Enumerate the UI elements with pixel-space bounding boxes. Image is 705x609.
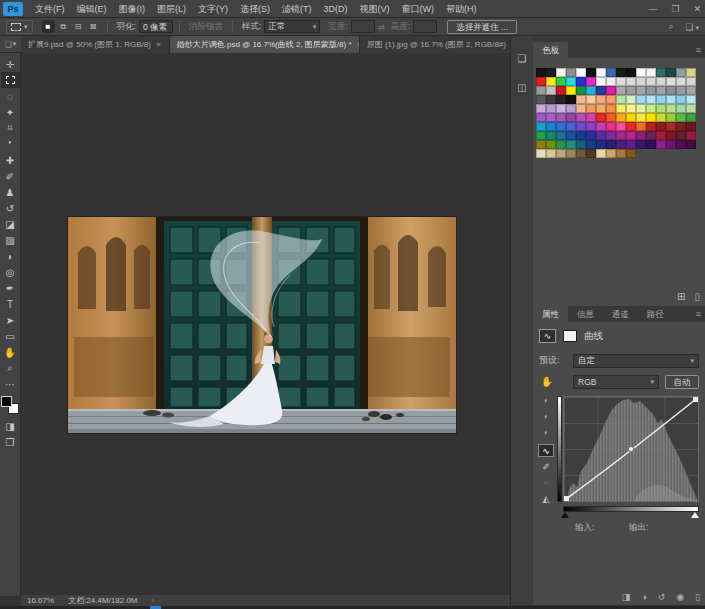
- close-tab-icon[interactable]: ✕: [156, 41, 162, 49]
- swatch[interactable]: [636, 95, 646, 104]
- status-chevron-icon[interactable]: ›: [152, 596, 155, 605]
- swatch[interactable]: [676, 95, 686, 104]
- menu-item-4[interactable]: 文字(Y): [192, 0, 234, 18]
- swatch[interactable]: [536, 86, 546, 95]
- panel-menu-icon[interactable]: ≡: [696, 309, 701, 319]
- swatch[interactable]: [666, 68, 676, 77]
- swatch[interactable]: [626, 113, 636, 122]
- tab-路径[interactable]: 路径: [638, 306, 673, 322]
- swatch[interactable]: [686, 140, 696, 149]
- swatch[interactable]: [656, 131, 666, 140]
- workspace-switcher[interactable]: ❏ ▾: [685, 22, 699, 32]
- menu-item-0[interactable]: 文件(F): [29, 0, 71, 18]
- swatch[interactable]: [596, 140, 606, 149]
- swatch[interactable]: [646, 86, 656, 95]
- swatch[interactable]: [576, 104, 586, 113]
- rectangle-tool[interactable]: ▭: [1, 328, 20, 344]
- swatch[interactable]: [556, 149, 566, 158]
- type-tool[interactable]: T: [1, 296, 20, 312]
- swatch[interactable]: [686, 68, 696, 77]
- swatch[interactable]: [666, 140, 676, 149]
- toggle-visibility-icon[interactable]: ◉: [676, 592, 684, 602]
- gray-point-eyedropper-icon[interactable]: ❜: [538, 412, 554, 425]
- swatch[interactable]: [606, 68, 616, 77]
- swatch[interactable]: [566, 95, 576, 104]
- swatch[interactable]: [626, 77, 636, 86]
- swatch[interactable]: [576, 122, 586, 131]
- swatch[interactable]: [666, 104, 676, 113]
- swatch[interactable]: [546, 113, 556, 122]
- current-tool-chip[interactable]: ▾: [6, 20, 33, 34]
- swatch[interactable]: [686, 122, 696, 131]
- foreground-background-colors[interactable]: [1, 396, 19, 414]
- swatch[interactable]: [546, 95, 556, 104]
- swatch[interactable]: [536, 131, 546, 140]
- swatch[interactable]: [636, 140, 646, 149]
- swatch[interactable]: [666, 131, 676, 140]
- edit-points-curve-icon[interactable]: ∿: [538, 444, 554, 457]
- foreground-color-chip[interactable]: [1, 396, 12, 407]
- swatch[interactable]: [566, 122, 576, 131]
- swatch[interactable]: [596, 68, 606, 77]
- quick-selection-tool[interactable]: ✦: [1, 104, 20, 120]
- swatch[interactable]: [556, 104, 566, 113]
- eyedropper-tool[interactable]: ❜: [1, 136, 20, 152]
- swatch[interactable]: [646, 95, 656, 104]
- swatch[interactable]: [586, 122, 596, 131]
- swatch[interactable]: [636, 131, 646, 140]
- canvas-area[interactable]: [21, 53, 510, 595]
- swatch[interactable]: [576, 68, 586, 77]
- previous-state-icon[interactable]: ◑: [641, 592, 646, 602]
- swatch[interactable]: [586, 104, 596, 113]
- swatch[interactable]: [576, 131, 586, 140]
- swatch[interactable]: [606, 77, 616, 86]
- add-to-selection-icon[interactable]: ⧉: [57, 20, 70, 33]
- swatch[interactable]: [576, 86, 586, 95]
- swatch[interactable]: [616, 122, 626, 131]
- new-selection-icon[interactable]: ■: [42, 20, 55, 33]
- swatch[interactable]: [556, 95, 566, 104]
- swatch[interactable]: [666, 77, 676, 86]
- swatch[interactable]: [586, 95, 596, 104]
- new-swatch-icon[interactable]: ⊞: [677, 291, 685, 302]
- swatch[interactable]: [646, 113, 656, 122]
- menu-item-7[interactable]: 3D(D): [318, 0, 354, 18]
- swatch[interactable]: [656, 86, 666, 95]
- swatch[interactable]: [626, 68, 636, 77]
- swatch[interactable]: [616, 113, 626, 122]
- height-input[interactable]: [413, 20, 437, 33]
- swatch[interactable]: [646, 131, 656, 140]
- swatch[interactable]: [606, 113, 616, 122]
- style-select[interactable]: 正常▾: [264, 20, 320, 33]
- swatch[interactable]: [626, 149, 636, 158]
- swatch[interactable]: [616, 104, 626, 113]
- swatch[interactable]: [596, 86, 606, 95]
- swatch[interactable]: [636, 68, 646, 77]
- swatch[interactable]: [586, 113, 596, 122]
- swatch[interactable]: [656, 140, 666, 149]
- swatch[interactable]: [536, 149, 546, 158]
- swatch[interactable]: [616, 77, 626, 86]
- swatch[interactable]: [656, 77, 666, 86]
- tab-属性[interactable]: 属性: [533, 306, 568, 322]
- swatch[interactable]: [536, 77, 546, 86]
- swatch[interactable]: [686, 104, 696, 113]
- swatch[interactable]: [606, 104, 616, 113]
- swatch[interactable]: [606, 122, 616, 131]
- swatch[interactable]: [566, 104, 576, 113]
- swatch[interactable]: [686, 95, 696, 104]
- swatch[interactable]: [626, 95, 636, 104]
- swatch[interactable]: [676, 68, 686, 77]
- swatch[interactable]: [566, 68, 576, 77]
- swatch[interactable]: [586, 131, 596, 140]
- swatch[interactable]: [616, 149, 626, 158]
- menu-item-10[interactable]: 帮助(H): [440, 0, 483, 18]
- swatch[interactable]: [606, 149, 616, 158]
- swatch[interactable]: [556, 122, 566, 131]
- lasso-tool[interactable]: ◌: [1, 88, 20, 104]
- swatch[interactable]: [616, 86, 626, 95]
- swatch[interactable]: [546, 131, 556, 140]
- swatch[interactable]: [536, 68, 546, 77]
- swatch[interactable]: [576, 140, 586, 149]
- swatch[interactable]: [626, 104, 636, 113]
